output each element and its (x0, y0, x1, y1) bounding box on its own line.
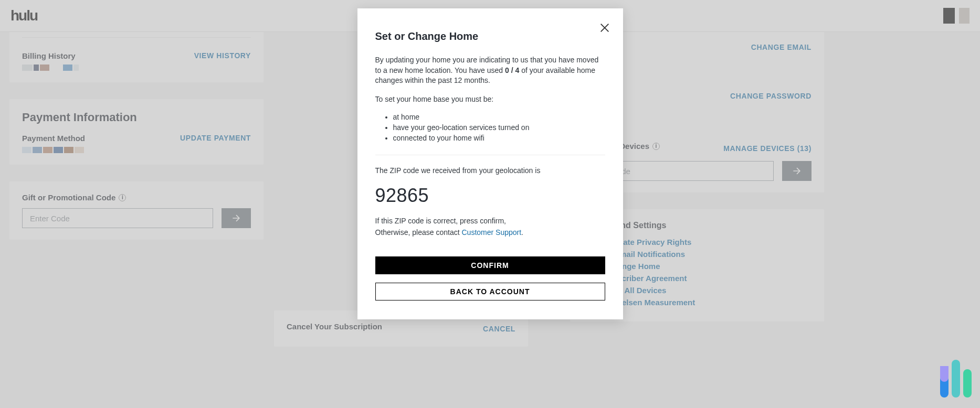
support-widget[interactable] (940, 360, 972, 398)
customer-support-link[interactable]: Customer Support (461, 228, 521, 237)
requirement-item: connected to your home wifi (393, 134, 605, 142)
otherwise-instruction: Otherwise, please contact Customer Suppo… (375, 228, 605, 238)
confirm-instruction: If this ZIP code is correct, press confi… (375, 216, 605, 227)
widget-bar-icon (963, 369, 972, 398)
widget-bar-icon (940, 366, 949, 382)
modal-body-2: To set your home base you must be: (375, 94, 605, 105)
change-home-modal: Set or Change Home By updating your home… (357, 8, 623, 319)
modal-title: Set or Change Home (375, 30, 605, 42)
requirement-item: at home (393, 113, 605, 121)
confirm-button[interactable]: CONFIRM (375, 256, 605, 274)
close-button[interactable] (599, 22, 610, 36)
zip-code-value: 92865 (375, 185, 605, 207)
modal-body-1: By updating your home you are indicating… (375, 55, 605, 86)
requirements-list: at home have your geo-location services … (375, 113, 605, 142)
back-to-account-button[interactable]: BACK TO ACCOUNT (375, 283, 605, 300)
zip-intro-text: The ZIP code we received from your geolo… (375, 166, 605, 176)
widget-bar-icon (952, 360, 960, 398)
close-icon (599, 22, 610, 34)
requirement-item: have your geo-location services turned o… (393, 123, 605, 132)
modal-overlay: Set or Change Home By updating your home… (0, 0, 980, 408)
